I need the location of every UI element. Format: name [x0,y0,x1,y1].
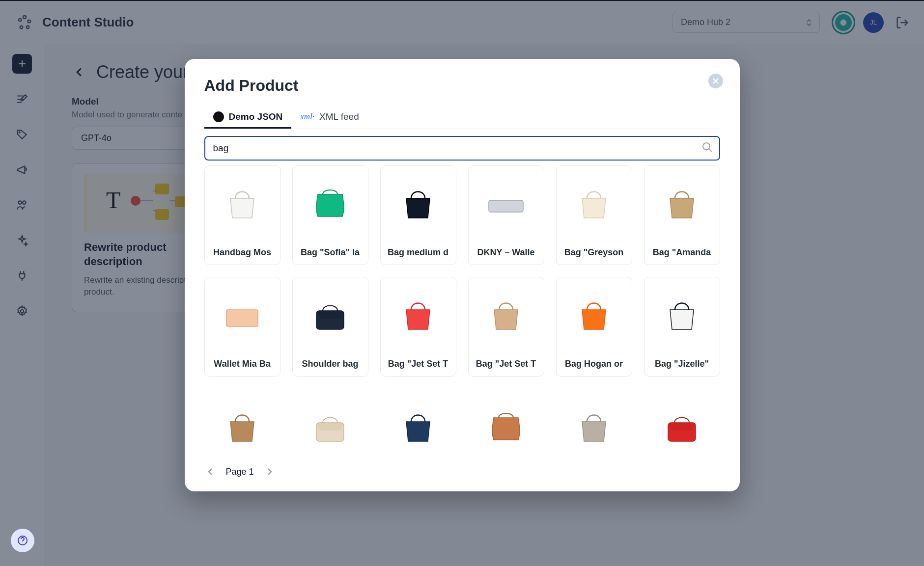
product-search-input[interactable] [204,136,720,161]
product-image [557,277,632,354]
product-image [644,277,720,354]
product-name: Bag Hogan or [557,354,632,376]
product-image [293,277,368,354]
modal-title: Add Product [204,77,720,95]
product-card[interactable]: DKNY – Walle [468,165,544,265]
product-image [469,277,544,354]
product-image [644,388,720,455]
product-card[interactable]: Wallet Mia Ba [204,277,280,377]
product-name: Bag "Jizelle" [644,354,720,376]
modal-overlay: Add Product Demo JSON xml· XML feed Hand… [0,0,924,566]
pagination: Page 1 [204,466,720,478]
close-button[interactable] [708,74,723,88]
modal-tabs: Demo JSON xml· XML feed [204,107,720,129]
page-label: Page 1 [226,467,254,477]
product-name: Bag "Amanda [644,243,720,265]
help-button[interactable] [11,529,34,552]
add-product-modal: Add Product Demo JSON xml· XML feed Hand… [185,59,740,491]
product-card[interactable] [204,388,280,455]
product-image [205,277,280,354]
products-grid: Handbag MosBag "Sofia" laBag medium dDKN… [204,165,720,455]
product-name: Bag "Jet Set T [469,354,544,376]
product-card[interactable]: Bag "Greyson [556,165,632,265]
product-name: Handbag Mos [205,243,280,265]
svg-rect-12 [489,200,523,212]
product-card[interactable] [292,388,368,455]
product-image [204,388,280,455]
product-image [469,166,544,243]
product-card[interactable]: Bag medium d [380,165,456,265]
xml-badge-icon: xml· [300,112,314,122]
product-image [205,166,280,243]
product-card[interactable]: Shoulder bag [292,277,368,377]
product-name: Bag "Greyson [557,243,632,265]
product-image [293,166,368,243]
product-image [557,166,632,243]
search-icon [701,141,713,155]
product-image [468,388,544,455]
product-card[interactable] [644,388,720,455]
product-name: Bag medium d [381,243,456,265]
product-card[interactable] [468,388,544,455]
product-name: Wallet Mia Ba [205,354,280,376]
product-card[interactable]: Bag Hogan or [556,277,632,377]
product-image [556,388,632,455]
product-name: Bag "Jet Set T [381,354,456,376]
product-image [292,388,368,455]
product-card[interactable]: Bag "Jet Set T [380,277,456,377]
product-name: Bag "Sofia" la [293,243,368,265]
product-card[interactable]: Bag "Amanda [644,165,720,265]
product-card[interactable] [380,388,456,455]
product-card[interactable]: Handbag Mos [204,165,280,265]
product-card[interactable]: Bag "Sofia" la [292,165,368,265]
product-name: Shoulder bag [293,354,368,376]
product-card[interactable]: Bag "Jet Set T [468,277,544,377]
json-badge-icon [213,111,224,122]
tab-xml-feed[interactable]: xml· XML feed [291,107,367,129]
product-image [381,166,456,243]
product-card[interactable]: Bag "Jizelle" [644,277,720,377]
page-next-button[interactable] [264,466,276,478]
svg-point-11 [703,143,710,150]
page-prev-button[interactable] [204,466,216,478]
svg-rect-13 [226,310,258,326]
product-card[interactable] [556,388,632,455]
tab-label: XML feed [319,111,359,122]
tab-label: Demo JSON [229,111,283,122]
tab-demo-json[interactable]: Demo JSON [204,107,292,129]
product-image [381,277,456,354]
product-image [644,166,720,243]
product-name: DKNY – Walle [469,243,544,265]
product-image [380,388,456,455]
